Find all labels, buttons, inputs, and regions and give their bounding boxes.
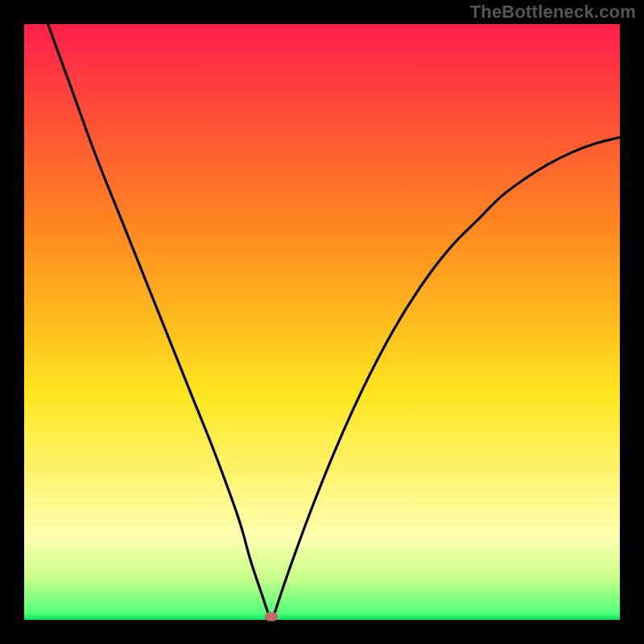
watermark-text: TheBottleneck.com (470, 2, 636, 23)
bottleneck-curve (24, 24, 620, 620)
optimum-marker-icon (265, 613, 278, 621)
chart-frame (24, 24, 620, 620)
plot-area (24, 24, 620, 620)
